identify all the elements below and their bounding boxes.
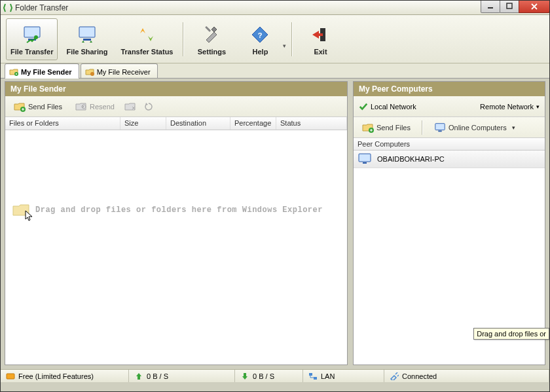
status-download-rate: 0 B / S <box>235 370 303 382</box>
title-bar: Folder Transfer <box>1 1 549 15</box>
svg-point-4 <box>34 35 38 39</box>
panel-title: My File Sender <box>5 82 347 96</box>
svg-rect-14 <box>435 123 445 130</box>
svg-rect-2 <box>24 27 40 37</box>
monitor-icon <box>358 153 372 165</box>
svg-rect-5 <box>79 27 95 37</box>
chevron-down-icon: ▾ <box>536 103 540 110</box>
upload-icon <box>134 372 143 381</box>
svg-rect-18 <box>7 374 14 379</box>
resend-icon <box>75 101 87 113</box>
monitor-share-icon <box>77 24 98 45</box>
resend-button[interactable]: Resend <box>71 99 119 115</box>
tab-strip: My File Sender My File Receiver <box>1 63 549 79</box>
tooltip: Drag and drop files or <box>473 328 549 340</box>
svg-rect-1 <box>507 3 512 9</box>
svg-rect-7 <box>206 26 211 31</box>
window-controls <box>481 0 550 13</box>
help-button[interactable]: ? Help <box>238 18 282 60</box>
file-transfer-button[interactable]: File Transfer <box>6 18 58 60</box>
folder-send-icon <box>9 67 18 77</box>
content-area: My File Sender Send Files Resend <box>1 79 549 369</box>
check-icon <box>359 102 368 111</box>
svg-rect-17 <box>363 162 367 164</box>
exit-button[interactable]: Exit <box>298 18 342 60</box>
minimize-button[interactable] <box>481 0 500 13</box>
col-size[interactable]: Size <box>120 117 166 130</box>
monitor-icon <box>434 122 446 134</box>
col-percentage[interactable]: Percentage <box>230 117 276 130</box>
help-icon: ? <box>249 24 270 45</box>
tab-my-file-sender[interactable]: My File Sender <box>5 63 79 78</box>
download-icon <box>240 372 249 381</box>
svg-rect-15 <box>438 130 441 132</box>
peer-toolbar: Send Files Online Computers ▾ <box>354 117 545 138</box>
app-icon <box>3 3 12 12</box>
file-drop-area[interactable]: Drag and drop files or folders here from… <box>5 130 347 365</box>
status-upload-rate: 0 B / S <box>129 370 235 382</box>
separator <box>291 22 293 56</box>
svg-rect-16 <box>359 154 371 162</box>
folder-remove-icon <box>124 101 136 113</box>
svg-point-11 <box>90 72 94 76</box>
status-network: LAN <box>303 370 384 382</box>
cursor-icon <box>25 210 34 223</box>
refresh-icon <box>143 101 155 113</box>
window-title: Folder Transfer <box>15 3 68 12</box>
folder-plus-icon <box>362 122 374 134</box>
chevron-down-icon[interactable]: ▾ <box>283 43 286 49</box>
peer-computers-panel: My Peer Computers Local Network Remote N… <box>353 81 545 365</box>
network-selector: Local Network Remote Network ▾ <box>354 96 545 117</box>
drop-hint: Drag and drop files or folders here from… <box>12 202 323 218</box>
transfer-status-icon <box>136 24 157 45</box>
svg-text:?: ? <box>258 31 263 39</box>
maximize-button[interactable] <box>500 0 519 13</box>
peer-computer-item[interactable]: OBAIDBOKHARI-PC <box>354 151 545 168</box>
edition-icon <box>6 372 15 381</box>
plug-icon <box>390 372 399 381</box>
my-file-sender-panel: My File Sender Send Files Resend <box>5 81 348 365</box>
column-header: Files or Folders Size Destination Percen… <box>5 117 347 130</box>
svg-rect-19 <box>309 373 312 376</box>
send-files-button[interactable]: Send Files <box>9 99 67 115</box>
tab-my-file-receiver[interactable]: My File Receiver <box>81 63 158 78</box>
col-destination[interactable]: Destination <box>166 117 230 130</box>
folder-plus-icon <box>14 101 26 113</box>
peer-list-header: Peer Computers <box>354 138 545 151</box>
lan-icon <box>308 372 318 381</box>
main-toolbar: File Transfer File Sharing Transfer Stat… <box>1 15 549 63</box>
separator <box>422 120 423 135</box>
exit-icon <box>310 24 331 45</box>
sender-toolbar: Send Files Resend <box>5 96 347 117</box>
local-network-option[interactable]: Local Network <box>359 102 416 111</box>
folder-receive-icon <box>85 67 94 77</box>
status-bar: Free (Limited Features) 0 B / S 0 B / S … <box>1 369 549 382</box>
panel-title: My Peer Computers <box>354 82 545 96</box>
transfer-status-button[interactable]: Transfer Status <box>116 18 177 60</box>
col-files[interactable]: Files or Folders <box>5 117 120 130</box>
settings-button[interactable]: Settings <box>189 18 234 60</box>
svg-rect-0 <box>488 7 493 9</box>
close-button[interactable] <box>519 0 550 13</box>
refresh-button[interactable] <box>141 99 156 114</box>
col-status[interactable]: Status <box>276 117 347 130</box>
svg-rect-6 <box>83 39 91 41</box>
monitor-transfer-icon <box>22 24 43 45</box>
status-edition: Free (Limited Features) <box>1 370 129 382</box>
online-computers-dropdown[interactable]: Online Computers ▾ <box>430 120 520 135</box>
separator <box>183 22 184 56</box>
chevron-down-icon: ▾ <box>512 124 515 131</box>
peer-send-files-button[interactable]: Send Files <box>358 120 415 135</box>
file-sharing-button[interactable]: File Sharing <box>62 18 112 60</box>
remote-network-dropdown[interactable]: Remote Network ▾ <box>480 103 540 111</box>
remove-button[interactable] <box>123 99 138 114</box>
settings-icon <box>201 24 222 45</box>
peer-name: OBAIDBOKHARI-PC <box>377 155 445 163</box>
status-connection: Connected <box>384 370 549 382</box>
